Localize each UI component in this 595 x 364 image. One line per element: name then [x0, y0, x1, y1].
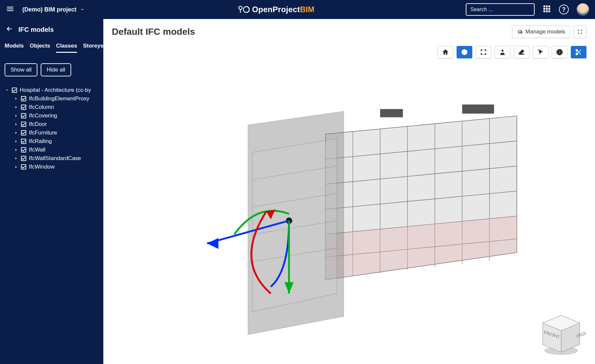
sidebar-tabs: Models Objects Classes Storeys	[5, 43, 99, 53]
avatar[interactable]	[577, 3, 589, 16]
help-icon[interactable]: ?	[559, 5, 569, 14]
svg-rect-8	[544, 10, 545, 12]
tree-root[interactable]: Hospital - Architecture (cc-by	[5, 87, 99, 93]
chevron-right-icon[interactable]	[14, 122, 18, 127]
checkbox[interactable]	[21, 113, 26, 118]
checkbox[interactable]	[21, 147, 26, 152]
ifc-3d-viewport[interactable]	[130, 75, 585, 357]
project-name: (Demo) BIM project	[22, 6, 76, 13]
tree-item-label: IfcDoor	[29, 121, 47, 128]
svg-rect-9	[546, 10, 547, 12]
tab-storeys[interactable]: Storeys	[83, 43, 103, 53]
tree-item[interactable]: IfcWallStandardCase	[14, 155, 99, 162]
svg-rect-4	[548, 6, 550, 7]
tree: Hospital - Architecture (cc-by IfcBuildi…	[5, 85, 99, 172]
hide-all-button[interactable]: Hide all	[41, 63, 71, 76]
svg-rect-10	[548, 10, 550, 12]
tool-3d[interactable]	[457, 46, 472, 58]
main-content: Default IFC models Manage models	[103, 19, 595, 364]
svg-marker-33	[253, 139, 337, 312]
tree-item-label: IfcWallStandardCase	[29, 155, 81, 162]
top-bar: (Demo) BIM project OpenProjectBIM ?	[0, 0, 595, 19]
scissors-icon	[575, 49, 582, 56]
tool-hide[interactable]	[514, 46, 529, 58]
svg-marker-40	[207, 238, 218, 249]
view-cube[interactable]: FRONT RIGHT	[537, 308, 586, 357]
svg-rect-2	[544, 6, 545, 7]
svg-rect-30	[380, 109, 403, 117]
tree-item[interactable]: IfcBuildingElementProxy	[14, 95, 99, 102]
gears-icon	[517, 29, 523, 35]
chevron-right-icon[interactable]	[14, 148, 18, 152]
tree-item-label: IfcWall	[29, 147, 45, 153]
tool-info[interactable]	[552, 46, 567, 58]
chevron-right-icon[interactable]	[14, 105, 18, 110]
tree-item[interactable]: IfcDoor	[14, 121, 99, 128]
checkbox[interactable]	[21, 96, 26, 101]
show-all-button[interactable]: Show all	[5, 63, 37, 76]
page-title: Default IFC models	[112, 27, 195, 37]
checkbox[interactable]	[12, 88, 17, 93]
svg-point-16	[576, 53, 578, 55]
svg-point-11	[502, 50, 503, 52]
checkbox[interactable]	[21, 130, 26, 135]
chevron-right-icon[interactable]	[14, 165, 18, 169]
tree-item-label: IfcBuildingElementProxy	[29, 95, 89, 102]
tool-section[interactable]	[571, 46, 586, 58]
apps-grid-icon[interactable]	[543, 5, 551, 14]
eraser-icon	[518, 49, 525, 56]
chevron-right-icon[interactable]	[14, 96, 18, 101]
tab-objects[interactable]: Objects	[30, 43, 50, 53]
tab-classes[interactable]: Classes	[56, 43, 77, 53]
openproject-logo-icon	[236, 5, 250, 14]
chevron-down-icon	[80, 7, 85, 12]
svg-rect-7	[548, 8, 550, 10]
svg-point-15	[576, 50, 578, 51]
chevron-right-icon[interactable]	[14, 131, 18, 135]
fullscreen-button[interactable]	[573, 26, 586, 38]
brand-bim: BIM	[300, 5, 315, 14]
manage-models-label: Manage models	[525, 29, 565, 35]
tree-item[interactable]: IfcCovering	[14, 112, 99, 119]
expand-icon	[577, 29, 583, 35]
search-input[interactable]	[470, 7, 536, 12]
tree-item[interactable]: IfcRailing	[14, 138, 99, 145]
hamburger-menu-icon[interactable]	[6, 5, 14, 14]
chevron-right-icon[interactable]	[14, 139, 18, 144]
tool-fit[interactable]	[476, 46, 491, 58]
svg-point-0	[239, 6, 242, 10]
info-icon	[556, 49, 563, 56]
tool-firstperson[interactable]	[495, 46, 510, 58]
back-arrow-icon[interactable]	[5, 25, 12, 34]
tool-home[interactable]	[438, 46, 453, 58]
person-icon	[499, 49, 506, 56]
viewer-toolbar	[438, 46, 586, 58]
checkbox[interactable]	[21, 156, 26, 161]
brand-text: OpenProject	[252, 5, 300, 14]
svg-rect-3	[546, 6, 547, 7]
chevron-right-icon[interactable]	[14, 156, 18, 161]
svg-rect-14	[559, 51, 560, 51]
tree-item-label: IfcColumn	[29, 104, 54, 111]
checkbox[interactable]	[21, 164, 26, 170]
brand-logo: OpenProjectBIM	[236, 5, 315, 14]
top-bar-right: ?	[466, 3, 589, 16]
tool-select[interactable]	[533, 46, 548, 58]
chevron-right-icon[interactable]	[14, 113, 18, 118]
checkbox[interactable]	[21, 122, 26, 127]
tree-item[interactable]: IfcColumn	[14, 104, 99, 111]
project-selector[interactable]: (Demo) BIM project	[22, 6, 85, 13]
global-search[interactable]	[466, 3, 535, 16]
tree-item[interactable]: IfcWall	[14, 147, 99, 153]
checkbox[interactable]	[21, 105, 26, 110]
tab-models[interactable]: Models	[5, 43, 24, 53]
cursor-icon	[537, 49, 544, 56]
manage-models-button[interactable]: Manage models	[512, 26, 570, 38]
tree-item-label: IfcRailing	[29, 138, 52, 145]
checkbox[interactable]	[21, 139, 26, 144]
tree-item[interactable]: IfcFurniture	[14, 130, 99, 136]
chevron-down-icon[interactable]	[5, 88, 9, 92]
tree-item[interactable]: IfcWindow	[14, 164, 99, 170]
svg-rect-6	[546, 8, 547, 10]
svg-rect-5	[544, 8, 545, 10]
